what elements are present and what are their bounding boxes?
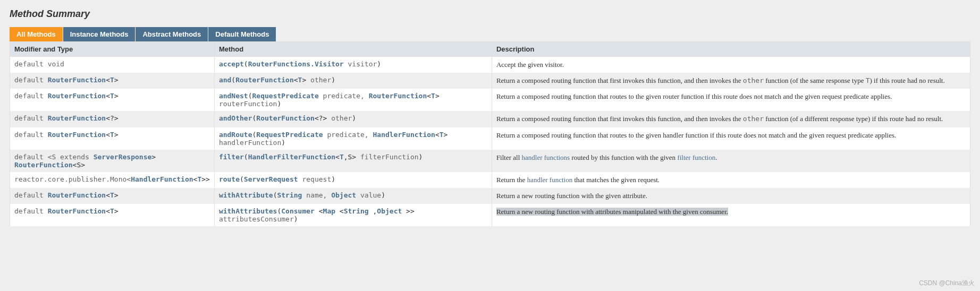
doc-link[interactable]: filter function xyxy=(677,153,715,161)
punct: , xyxy=(369,207,377,215)
cell-method: filter(HandlerFilterFunction<T,S> filter… xyxy=(214,150,492,172)
cell-description: Filter all handler functions routed by t… xyxy=(492,150,970,172)
method-link[interactable]: and xyxy=(219,76,231,84)
text: Return a composed routing function that … xyxy=(496,131,896,139)
cell-method: andRoute(RequestPredicate predicate, Han… xyxy=(214,127,492,150)
param-name: filterFunction xyxy=(356,153,418,161)
type-link[interactable]: String xyxy=(344,207,369,215)
type-link[interactable]: RouterFunction xyxy=(48,114,106,122)
type-link[interactable]: RequestPredicate xyxy=(252,92,319,100)
cell-description: Return a composed routing function that … xyxy=(492,111,970,127)
type-link[interactable]: Consumer xyxy=(281,207,315,215)
type-link[interactable]: String xyxy=(277,191,302,199)
type-link[interactable]: T xyxy=(431,92,435,100)
method-link[interactable]: andOther xyxy=(219,114,252,122)
method-link[interactable]: andRoute xyxy=(219,131,252,139)
tab-instance-methods[interactable]: Instance Methods xyxy=(63,27,136,41)
cell-description: Return the handler function that matches… xyxy=(492,172,970,188)
punct: > xyxy=(114,92,119,100)
cell-method: route(ServerRequest request) xyxy=(214,172,492,188)
method-link[interactable]: andNest xyxy=(219,92,248,100)
punct: < xyxy=(294,76,298,84)
text: function (of the same response type xyxy=(764,76,866,84)
type-link[interactable]: Map xyxy=(323,207,335,215)
type-link[interactable]: RouterFunction xyxy=(48,131,106,139)
cell-modifier: default RouterFunction<?> xyxy=(10,111,215,127)
method-link[interactable]: filter xyxy=(219,153,244,161)
cell-modifier: default void xyxy=(10,57,215,73)
method-link[interactable]: withAttributes xyxy=(219,207,277,215)
keyword: default xyxy=(14,207,48,215)
type-link[interactable]: RouterFunction xyxy=(14,161,73,169)
type-link[interactable]: RouterFunctions.Visitor xyxy=(248,60,344,68)
punct: >> xyxy=(402,207,414,215)
method-link[interactable]: route xyxy=(219,175,240,183)
param-name: routerFunction xyxy=(219,100,277,108)
punct: ( xyxy=(248,92,252,100)
param-name: value xyxy=(356,191,381,199)
punct: ) xyxy=(352,114,356,122)
cell-modifier: default RouterFunction<T> xyxy=(10,204,215,226)
keyword: default xyxy=(14,114,48,122)
punct: < xyxy=(106,191,110,199)
table-row: default RouterFunction<?>andOther(Router… xyxy=(10,111,970,127)
type-link[interactable]: RouterFunction xyxy=(48,207,106,215)
tab-abstract-methods[interactable]: Abstract Methods xyxy=(136,27,208,41)
cell-modifier: default RouterFunction<T> xyxy=(10,73,215,89)
method-tabs: All MethodsInstance MethodsAbstract Meth… xyxy=(10,27,970,41)
type-link[interactable]: Object xyxy=(377,207,402,215)
type-link[interactable]: HandlerFilterFunction xyxy=(248,153,335,161)
col-header-method: Method xyxy=(214,42,492,57)
type-link[interactable]: ServerResponse xyxy=(94,153,152,161)
punct: < xyxy=(106,92,110,100)
type-link[interactable]: RouterFunction xyxy=(48,191,106,199)
type-link[interactable]: ServerRequest xyxy=(244,175,298,183)
punct: < xyxy=(335,153,340,161)
text: function (of a different response type) … xyxy=(764,115,943,123)
method-link[interactable]: accept xyxy=(219,60,244,68)
keyword: default xyxy=(14,60,48,68)
table-row: default <S extends ServerResponse>Router… xyxy=(10,150,970,172)
type-link[interactable]: Object xyxy=(331,191,356,199)
type-link[interactable]: RequestPredicate xyxy=(256,131,323,139)
type-link[interactable]: RouterFunction xyxy=(369,92,427,100)
type-link[interactable]: HandlerFunction xyxy=(131,175,193,183)
type-link[interactable]: T xyxy=(110,207,114,215)
punct: >> xyxy=(201,175,210,183)
tab-default-methods[interactable]: Default Methods xyxy=(208,27,276,41)
selected-text: Return a new routing function with attri… xyxy=(496,208,728,216)
punct: ) xyxy=(281,139,285,147)
type-link[interactable]: T xyxy=(110,191,114,199)
table-row: default RouterFunction<T>withAttribute(S… xyxy=(10,188,970,204)
text: Accept the given visitor. xyxy=(496,61,564,69)
type-link[interactable]: T xyxy=(440,131,444,139)
param-name: predicate, xyxy=(319,92,369,100)
text: Return a composed routing function that … xyxy=(496,115,743,123)
type-link[interactable]: T xyxy=(340,153,344,161)
doc-link[interactable]: handler function xyxy=(527,176,573,184)
type-link[interactable]: RouterFunction xyxy=(256,114,315,122)
doc-link[interactable]: handler functions xyxy=(522,153,570,161)
method-link[interactable]: withAttribute xyxy=(219,191,273,199)
type-link[interactable]: T xyxy=(110,92,114,100)
table-row: default RouterFunction<T>andRoute(Reques… xyxy=(10,127,970,150)
text: Return a composed routing function that … xyxy=(496,92,892,100)
param-name: name, xyxy=(302,191,331,199)
punct: ( xyxy=(231,76,235,84)
cell-modifier: default <S extends ServerResponse>Router… xyxy=(10,150,215,172)
tab-all-methods[interactable]: All Methods xyxy=(10,27,63,41)
keyword: default <S extends xyxy=(14,153,94,161)
type-link[interactable]: HandlerFunction xyxy=(373,131,435,139)
cell-method: withAttribute(String name, Object value) xyxy=(214,188,492,204)
cell-method: accept(RouterFunctions.Visitor visitor) xyxy=(214,57,492,73)
type-link[interactable]: T xyxy=(110,76,114,84)
cell-method: withAttributes(Consumer <Map <String ,Ob… xyxy=(214,204,492,226)
table-row: default RouterFunction<T>withAttributes(… xyxy=(10,204,970,226)
type-link[interactable]: RouterFunction xyxy=(48,76,106,84)
punct: < xyxy=(106,207,110,215)
type-link[interactable]: RouterFunction xyxy=(235,76,294,84)
type-link[interactable]: RouterFunction xyxy=(48,92,106,100)
type-link[interactable]: T xyxy=(110,131,114,139)
punct: < xyxy=(106,131,110,139)
cell-description: Return a new routing function with attri… xyxy=(492,204,970,226)
